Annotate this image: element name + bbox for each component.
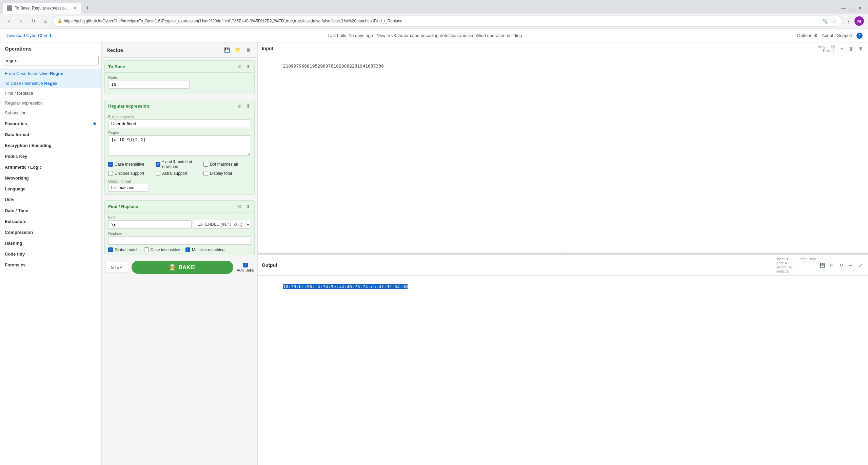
output-header: Output start: 0 end: 47 length: 47 lines… — [258, 255, 868, 276]
pause-icon[interactable]: ⏸ — [245, 203, 251, 209]
back-button[interactable]: ‹ — [4, 16, 14, 26]
minimize-button[interactable]: — — [841, 5, 846, 11]
extensions-icon[interactable]: ⋮ — [845, 18, 852, 24]
close-button[interactable]: ✕ — [857, 5, 863, 11]
sidebar-item-utils[interactable]: Utils — [0, 194, 101, 205]
output-content[interactable]: 10:79:bf:56:f4:74:9e:a4:46:78:74:cb:4f:9… — [258, 276, 868, 465]
step-button[interactable]: STEP — [105, 262, 128, 273]
caret-dollar-checkbox[interactable] — [156, 162, 160, 167]
input-content[interactable]: 21899796681952968761028862231941637336 — [258, 55, 868, 253]
sidebar-item-networking[interactable]: Networking — [0, 172, 101, 183]
sidebar-item-date-time[interactable]: Date / Time — [0, 205, 101, 216]
output-format-select[interactable]: List matches — [108, 184, 149, 192]
about-support-link[interactable]: About / Support — [822, 33, 852, 38]
output-lines: lines: 1 — [776, 269, 793, 273]
clear-recipe-icon[interactable]: 🗑 — [244, 46, 253, 54]
output-expand-icon[interactable]: ⤢ — [856, 261, 864, 269]
disable-icon[interactable]: ⊘ — [237, 63, 243, 70]
tab-favicon — [7, 5, 12, 11]
unicode-support-checkbox[interactable] — [108, 171, 113, 176]
disable-icon[interactable]: ⊘ — [237, 103, 243, 109]
download-link[interactable]: Download CyberChef ⬇ — [5, 33, 53, 38]
output-length: length: 47 — [776, 265, 793, 269]
astral-support-option: Astral support — [156, 171, 203, 176]
regex-textarea[interactable]: [a-f0-9]{2,2} — [108, 135, 251, 156]
download-icon: ⬇ — [49, 33, 53, 38]
astral-support-checkbox[interactable] — [156, 171, 160, 176]
sidebar-item-code-tidy[interactable]: Code tidy — [0, 248, 101, 259]
global-match-label: Global match — [115, 247, 139, 252]
output-undo-icon[interactable]: ↩ — [847, 261, 854, 269]
save-recipe-icon[interactable]: 💾 — [223, 46, 231, 54]
download-label: Download CyberChef — [5, 33, 47, 38]
maximize-button[interactable]: ⬜ — [849, 5, 854, 11]
load-recipe-icon[interactable]: 📁 — [234, 46, 242, 54]
forward-button[interactable]: › — [16, 16, 26, 26]
auto-bake-checkbox[interactable] — [243, 263, 248, 267]
sidebar-item-regular-expression[interactable]: Regular expression — [0, 98, 101, 108]
sidebar-item-find-replace[interactable]: Find / Replace — [0, 88, 101, 98]
to-base-icons: ⊘ ⏸ — [237, 63, 251, 70]
options-link[interactable]: Options ⚙ — [797, 33, 818, 38]
help-icon[interactable]: ? — [856, 33, 863, 39]
input-grid-icon[interactable]: ⊞ — [856, 45, 864, 52]
sidebar-item-from-case-insensitive-regex[interactable]: From Case Insensitive Regex — [0, 69, 101, 78]
input-meta: length: 38 lines: 1 — [818, 44, 835, 53]
replace-input[interactable] — [108, 236, 251, 245]
sidebar-item-favourites[interactable]: Favourites ★ — [0, 118, 101, 129]
sidebar-item-extractors[interactable]: Extractors — [0, 216, 101, 226]
user-avatar[interactable]: M — [854, 16, 864, 26]
new-tab-button[interactable]: + — [83, 3, 92, 13]
case-insensitive-checkbox[interactable] — [108, 162, 113, 167]
tab-close-button[interactable]: ✕ — [72, 5, 77, 11]
input-restore-icon[interactable]: ⇥ — [837, 45, 845, 52]
sidebar-item-public-key[interactable]: Public Key — [0, 150, 101, 161]
sidebar-item-subsection[interactable]: Subsection — [0, 108, 101, 118]
regex-title: Regular expression — [108, 104, 237, 109]
bake-button[interactable]: 👨‍🍳 BAKE! — [132, 261, 233, 274]
radix-input[interactable] — [108, 80, 190, 89]
browser-tab[interactable]: To Base, Regular expression, Find... ✕ — [3, 3, 81, 14]
output-format-label: Output format — [108, 179, 131, 183]
output-copy-icon[interactable]: ⎘ — [828, 261, 835, 269]
output-refresh-icon[interactable]: ↻ — [837, 261, 845, 269]
unicode-support-label: Unicode support — [115, 171, 144, 176]
multiline-checkbox[interactable] — [185, 247, 190, 252]
global-match-checkbox[interactable] — [108, 247, 113, 252]
display-total-label: Display total — [210, 171, 232, 176]
sidebar-item-language[interactable]: Language — [0, 183, 101, 194]
find-case-insensitive-checkbox[interactable] — [144, 247, 149, 252]
refresh-button[interactable]: ↻ — [28, 16, 38, 26]
unicode-support-option: Unicode support — [108, 171, 156, 176]
bake-label: BAKE! — [179, 264, 196, 271]
regex-header: Regular expression ⊘ ⏸ — [105, 100, 254, 112]
regular-expression-card: Regular expression ⊘ ⏸ Built in regexes … — [104, 100, 255, 195]
sidebar-item-forensics[interactable]: Forensics — [0, 259, 101, 270]
multiline-option: Multiline matching — [185, 247, 224, 252]
app-bar: Download CyberChef ⬇ Last build: 16 days… — [0, 29, 868, 42]
star-icon[interactable]: ☆ — [831, 18, 838, 24]
disable-icon[interactable]: ⊘ — [237, 203, 243, 209]
sidebar-item-compression[interactable]: Compression — [0, 226, 101, 237]
operations-search[interactable] — [3, 55, 99, 66]
pause-icon[interactable]: ⏸ — [245, 63, 251, 70]
output-format-container: Output format List matches — [108, 179, 149, 192]
radix-label: Radix — [108, 75, 251, 79]
find-input[interactable] — [108, 220, 192, 229]
pause-icon[interactable]: ⏸ — [245, 103, 251, 109]
sidebar-item-hashing[interactable]: Hashing — [0, 237, 101, 248]
builtin-input[interactable] — [108, 119, 251, 128]
find-type-select[interactable]: EXTENDED (\N, \T, \X...) — [193, 220, 251, 229]
search-icon[interactable]: 🔍 — [822, 18, 828, 24]
sidebar-item-data-format[interactable]: Data format — [0, 129, 101, 140]
find-group: Find EXTENDED (\N, \T, \X...) — [108, 215, 251, 229]
home-button[interactable]: ⌂ — [41, 16, 50, 26]
dot-matches-checkbox[interactable] — [203, 162, 208, 167]
sidebar-item-to-case-insensitive-regex[interactable]: To Case Insensitive Regex — [0, 78, 101, 88]
display-total-checkbox[interactable] — [203, 171, 208, 176]
sidebar-item-encryption-encoding[interactable]: Encryption / Encoding — [0, 140, 101, 150]
sidebar-item-arithmetic-logic[interactable]: Arithmetic / Logic — [0, 161, 101, 172]
url-input[interactable]: 🔒 https://gchq.github.io/CyberChef/#reci… — [53, 16, 842, 26]
input-clear-icon[interactable]: 🗑 — [847, 45, 854, 52]
output-save-icon[interactable]: 💾 — [818, 261, 826, 269]
